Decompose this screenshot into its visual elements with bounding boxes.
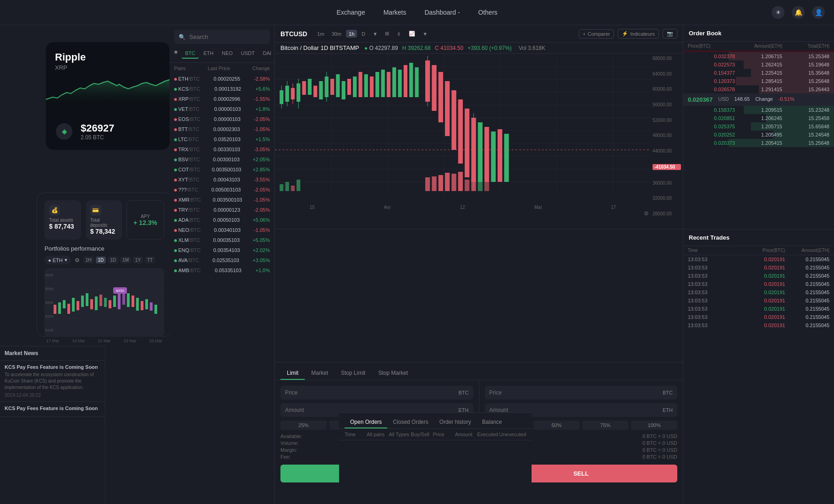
tf-area[interactable]: 📈: [406, 30, 418, 38]
trade-price: 0.020191: [741, 265, 785, 270]
pair-row[interactable]: XMR/BTC 0.003500103 -1.05%: [170, 195, 274, 205]
buy-price-field[interactable]: BTC: [280, 386, 473, 400]
portfolio-title: Portfolios performance: [44, 245, 164, 252]
pair-dot: [174, 259, 177, 262]
pair-dot: [174, 179, 177, 181]
ob-buy-row[interactable]: 0.020851 1.206245 15.25458: [683, 114, 834, 122]
pair-row[interactable]: XRP/BTC 0.00002996 -1.55%: [170, 94, 274, 104]
oo-tab-balance[interactable]: Balance: [477, 416, 507, 428]
sun-icon[interactable]: ☀: [772, 6, 785, 19]
tf-30m[interactable]: 30m: [329, 30, 344, 38]
pair-row[interactable]: ETH/BTC 0.00020255 -2.58%: [170, 74, 274, 84]
svg-rect-30: [136, 298, 139, 311]
nav-markets[interactable]: Markets: [384, 9, 406, 16]
ob-buy-row[interactable]: 0.025375 1.205715 15.65648: [683, 122, 834, 131]
sell-pct-100[interactable]: 100%: [631, 421, 677, 430]
time-1y[interactable]: 1Y: [133, 257, 143, 263]
time-1d2[interactable]: 1D: [108, 257, 118, 263]
tf-settings[interactable]: ▼: [370, 30, 380, 38]
tab-market[interactable]: Market: [305, 367, 335, 380]
nav-dashboard[interactable]: Dashboard -: [425, 9, 460, 16]
pair-row[interactable]: COT/BTC 0.003500103 +2.85%: [170, 164, 274, 175]
comparer-btn[interactable]: + Comparer: [579, 29, 614, 38]
pair-row[interactable]: XYT/BTC 0.00043103 -3.55%: [170, 175, 274, 185]
pair-row[interactable]: TRX/BTC 0.00330103 -3.05%: [170, 144, 274, 154]
coin-tab-eth[interactable]: ETH: [200, 49, 217, 59]
sell-pct-50[interactable]: 50%: [533, 421, 580, 430]
ob-sell-row[interactable]: 0.026578 1.291415 15.26443: [683, 85, 834, 93]
nav-exchange[interactable]: Exchange: [336, 9, 365, 16]
chart-open: O 42297.89: [369, 45, 398, 51]
pair-row[interactable]: AVA/BTC 0.02535103 +3.05%: [170, 255, 274, 265]
buy-price-input[interactable]: [285, 389, 459, 396]
pairs-panel: 🔍 ★ BTC ETH NEO USDT DAI Pairs Last Pric…: [170, 25, 275, 504]
eth-selector[interactable]: ● ETH ▾: [44, 256, 71, 264]
chart-settings-icon[interactable]: ⚙: [75, 257, 80, 263]
coin-tab-dai[interactable]: DAI: [259, 49, 275, 59]
svg-rect-110: [471, 178, 476, 191]
coin-tab-neo[interactable]: NEO: [218, 49, 236, 59]
pair-row[interactable]: LTC/BTC 0.03520103 +1.5%: [170, 134, 274, 144]
time-1d[interactable]: 1D: [96, 257, 106, 263]
pair-price: 0.05335103: [215, 268, 241, 273]
time-1h[interactable]: 1H: [83, 257, 94, 263]
news-item-2[interactable]: KCS Pay Fees Feature is Coming Soon: [0, 402, 105, 417]
oo-tab-closed[interactable]: Closed Orders: [387, 416, 433, 428]
trades-col-time: Time: [688, 248, 741, 253]
user-icon[interactable]: 👤: [812, 6, 825, 19]
ob-buy-row[interactable]: 0.020252 1.205495 15.24548: [683, 131, 834, 139]
trade-row: 13:03:53 0.020191 0.2155045: [683, 288, 834, 296]
bell-icon[interactable]: 🔔: [792, 6, 805, 19]
svg-rect-85: [432, 65, 436, 111]
tab-stop-market[interactable]: Stop Market: [372, 367, 414, 380]
trade-time: 13:03:53: [688, 290, 741, 295]
tf-d[interactable]: D: [359, 30, 368, 38]
chart-bottom-settings[interactable]: ⚙: [644, 210, 649, 217]
sell-price-input[interactable]: [489, 389, 663, 396]
ob-sell-row[interactable]: 0.154377 1.225415 15.35648: [683, 69, 834, 77]
coin-tab-usdt[interactable]: USDT: [237, 49, 258, 59]
indicateurs-btn[interactable]: ⚡ Indicateurs: [618, 29, 659, 38]
time-tt[interactable]: TT: [145, 257, 155, 263]
svg-rect-82: [415, 67, 418, 97]
camera-btn[interactable]: 📷: [663, 29, 677, 38]
pair-row[interactable]: BTT/BTC 0.00002303 -1.05%: [170, 124, 274, 134]
pair-row[interactable]: ADA/BTC 0.00050103 +5.06%: [170, 215, 274, 225]
sell-price-field[interactable]: BTC: [485, 386, 678, 400]
pair-name: VET/BTC: [174, 106, 199, 112]
svg-rect-104: [432, 176, 436, 191]
pair-change: -3.05%: [254, 147, 270, 152]
pair-row[interactable]: TRY/BTC 0.00000123 -2.05%: [170, 205, 274, 215]
nav-others[interactable]: Others: [478, 9, 498, 16]
sell-pct-75[interactable]: 75%: [582, 421, 629, 430]
oo-tab-history[interactable]: Order history: [434, 416, 477, 428]
pair-row[interactable]: KCS/BTC 0.00013192 +5.6%: [170, 84, 274, 94]
ob-sell-row[interactable]: 0.120373 1.285415 15.25648: [683, 77, 834, 85]
tf-candles[interactable]: 🕯: [394, 30, 404, 38]
news-item-1[interactable]: KCS Pay Fees Feature is Coming Soon To a…: [0, 361, 105, 402]
svg-rect-95: [491, 131, 496, 182]
tf-bars[interactable]: ⊞: [382, 30, 392, 38]
tab-limit[interactable]: Limit: [280, 367, 305, 380]
pair-row[interactable]: AMB/BTC 0.05335103 +1.0%: [170, 265, 274, 275]
coin-tab-btc[interactable]: BTC: [181, 49, 199, 59]
tf-1m[interactable]: 1m: [314, 30, 327, 38]
pair-row[interactable]: ENQ/BTC 0.00354103 +2.02%: [170, 245, 274, 255]
tab-stop-limit[interactable]: Stop Limit: [335, 367, 372, 380]
pair-row[interactable]: VET/BTC 0.00000103 +1.8%: [170, 104, 274, 114]
pair-row[interactable]: XLM/BTC 0.00035103 +5.05%: [170, 235, 274, 245]
pair-row[interactable]: EOS/BTC 0.00000103 -2.05%: [170, 114, 274, 124]
pair-row[interactable]: NEO/BTC 0.00340103 -1.05%: [170, 225, 274, 235]
oo-tab-open[interactable]: Open Orders: [345, 416, 387, 428]
ob-sell-row[interactable]: 0.032378 1.206715 15.25348: [683, 52, 834, 60]
pair-row[interactable]: BSV/BTC 0.00300103 +2.05%: [170, 154, 274, 164]
buy-pct-25[interactable]: 25%: [280, 421, 327, 430]
ob-sell-row[interactable]: 0.022573 1.262415 15.19648: [683, 60, 834, 69]
pair-row[interactable]: ???/BTC 0.005003103 -2.05%: [170, 185, 274, 195]
tf-1h[interactable]: 1h: [346, 30, 357, 38]
time-1m[interactable]: 1M: [120, 257, 131, 263]
ob-buy-row[interactable]: 0.158373 1.209515 15.23248: [683, 106, 834, 114]
search-input[interactable]: [189, 33, 266, 40]
tf-more[interactable]: ▼: [420, 30, 430, 38]
ob-buy-row[interactable]: 0.020373 1.205415 15.25648: [683, 139, 834, 147]
